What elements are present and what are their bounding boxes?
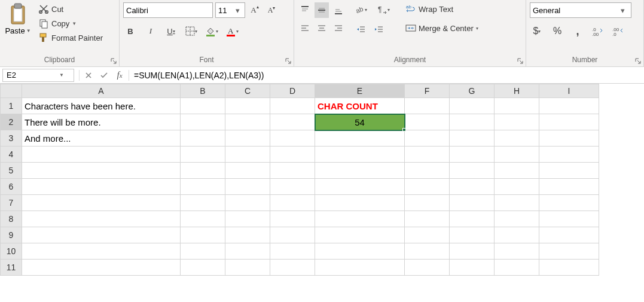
cell-B5[interactable] xyxy=(181,163,225,179)
cell-E7[interactable] xyxy=(315,195,405,211)
cell-E4[interactable] xyxy=(315,147,405,163)
cell-A11[interactable] xyxy=(22,260,181,276)
cell-E10[interactable] xyxy=(315,243,405,260)
align-middle-button[interactable] xyxy=(315,2,329,18)
increase-font-button[interactable]: A▴ xyxy=(248,3,262,17)
cell-D7[interactable] xyxy=(270,195,315,211)
number-format-combo[interactable]: ▾ xyxy=(530,2,631,18)
cell-C9[interactable] xyxy=(225,227,270,243)
cell-E9[interactable] xyxy=(315,227,405,243)
merge-center-button[interactable]: Merge & Center ▾ xyxy=(403,22,481,35)
cell-H8[interactable] xyxy=(495,211,539,227)
cut-button[interactable]: Cut xyxy=(36,2,105,16)
cell-F3[interactable] xyxy=(405,130,450,147)
cell-G7[interactable] xyxy=(450,195,495,211)
cell-H7[interactable] xyxy=(495,195,539,211)
cell-B10[interactable] xyxy=(181,243,225,260)
cell-B2[interactable] xyxy=(181,114,225,130)
column-header-I[interactable]: I xyxy=(539,84,599,98)
font-size-combo[interactable]: ▾ xyxy=(215,2,245,18)
italic-button[interactable]: I xyxy=(144,24,158,38)
paste-button[interactable]: Paste ▼ xyxy=(4,2,32,35)
cell-F1[interactable] xyxy=(405,98,450,114)
currency-button[interactable]: $▾ xyxy=(530,24,544,38)
cell-B4[interactable] xyxy=(181,147,225,163)
align-top-button[interactable] xyxy=(298,2,312,18)
align-right-button[interactable] xyxy=(331,20,346,36)
cell-A5[interactable] xyxy=(22,163,181,179)
cell-G10[interactable] xyxy=(450,243,495,260)
cell-I3[interactable] xyxy=(539,130,599,147)
cancel-formula-button[interactable] xyxy=(81,69,96,82)
column-header-B[interactable]: B xyxy=(181,84,225,98)
cell-I4[interactable] xyxy=(539,147,599,163)
cell-G6[interactable] xyxy=(450,179,495,195)
cell-I2[interactable] xyxy=(539,114,599,130)
cell-E3[interactable] xyxy=(315,130,405,147)
decrease-font-button[interactable]: A▾ xyxy=(264,3,279,17)
copy-button[interactable]: Copy ▼ xyxy=(36,17,105,30)
row-header-8[interactable]: 8 xyxy=(1,211,22,227)
select-all-corner[interactable] xyxy=(1,84,22,98)
row-header-2[interactable]: 2 xyxy=(1,114,22,130)
chevron-down-icon[interactable]: ▼ xyxy=(57,72,66,78)
cell-I6[interactable] xyxy=(539,179,599,195)
align-center-button[interactable] xyxy=(315,20,329,36)
orientation-button[interactable]: ab▾ xyxy=(354,2,368,17)
cell-G11[interactable] xyxy=(450,260,495,276)
decrease-indent-button[interactable] xyxy=(354,23,368,37)
cell-I8[interactable] xyxy=(539,211,599,227)
enter-formula-button[interactable] xyxy=(96,69,112,82)
cell-I7[interactable] xyxy=(539,195,599,211)
cell-H4[interactable] xyxy=(495,147,539,163)
cell-G5[interactable] xyxy=(450,163,495,179)
cell-C5[interactable] xyxy=(225,163,270,179)
cell-C7[interactable] xyxy=(225,195,270,211)
cell-E6[interactable] xyxy=(315,179,405,195)
name-box-input[interactable] xyxy=(3,71,57,80)
fill-color-button[interactable]: ▾ xyxy=(205,24,219,38)
row-header-5[interactable]: 5 xyxy=(1,163,22,179)
name-box[interactable]: ▼ xyxy=(2,69,74,82)
cell-E1[interactable]: CHAR COUNT xyxy=(315,98,405,114)
column-header-E[interactable]: E xyxy=(315,84,405,98)
cell-G8[interactable] xyxy=(450,211,495,227)
column-header-A[interactable]: A xyxy=(22,84,181,98)
font-launcher[interactable] xyxy=(284,57,292,65)
ltr-button[interactable]: ¶▾ xyxy=(377,2,391,17)
column-header-F[interactable]: F xyxy=(405,84,450,98)
cell-H1[interactable] xyxy=(495,98,539,114)
cell-I10[interactable] xyxy=(539,243,599,260)
align-left-button[interactable] xyxy=(298,20,312,36)
fx-button[interactable]: fx xyxy=(112,70,127,80)
clipboard-launcher[interactable] xyxy=(109,57,118,65)
cell-A9[interactable] xyxy=(22,227,181,243)
cell-A3[interactable]: And more... xyxy=(22,130,181,147)
cell-F5[interactable] xyxy=(405,163,450,179)
wrap-text-button[interactable]: ab Wrap Text xyxy=(403,2,481,16)
cell-A10[interactable] xyxy=(22,243,181,260)
formula-input[interactable] xyxy=(130,67,644,83)
cell-C2[interactable] xyxy=(225,114,270,130)
cell-C11[interactable] xyxy=(225,260,270,276)
cell-F9[interactable] xyxy=(405,227,450,243)
row-header-3[interactable]: 3 xyxy=(1,130,22,147)
cell-E11[interactable] xyxy=(315,260,405,276)
cell-H11[interactable] xyxy=(495,260,539,276)
font-name-combo[interactable]: ▾ xyxy=(123,2,213,18)
alignment-launcher[interactable] xyxy=(516,57,524,65)
borders-button[interactable]: ▾ xyxy=(184,24,199,38)
font-color-button[interactable]: A▾ xyxy=(225,24,239,38)
cell-D1[interactable] xyxy=(270,98,315,114)
comma-button[interactable]: , xyxy=(570,24,585,38)
cell-C8[interactable] xyxy=(225,211,270,227)
cell-E8[interactable] xyxy=(315,211,405,227)
cell-A6[interactable] xyxy=(22,179,181,195)
cell-C3[interactable] xyxy=(225,130,270,147)
chevron-down-icon[interactable]: ▾ xyxy=(618,6,627,15)
cell-I5[interactable] xyxy=(539,163,599,179)
cell-G4[interactable] xyxy=(450,147,495,163)
cell-I9[interactable] xyxy=(539,227,599,243)
cell-D3[interactable] xyxy=(270,130,315,147)
cell-I1[interactable] xyxy=(539,98,599,114)
